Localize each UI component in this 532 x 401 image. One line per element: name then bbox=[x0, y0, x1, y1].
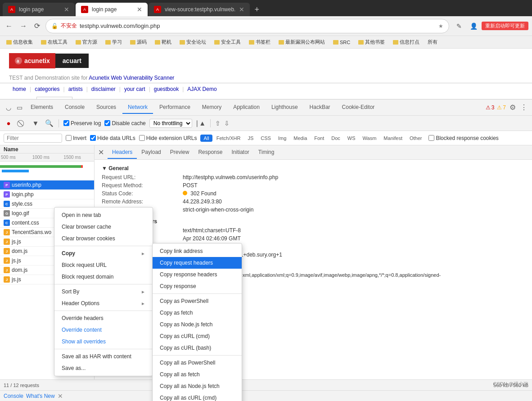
type-fetch-xhr[interactable]: Fetch/XHR bbox=[213, 135, 244, 142]
bookmark-item-9[interactable]: 最新漏洞公布网站 bbox=[276, 38, 328, 46]
nav-guestbook[interactable]: guestbook bbox=[150, 85, 182, 93]
sub-copy-response-headers[interactable]: Copy response headers bbox=[153, 269, 242, 280]
type-other[interactable]: Other bbox=[406, 135, 425, 142]
filter-btn[interactable]: ▼ bbox=[31, 118, 41, 128]
restart-btn[interactable]: 重新启动即可更新 bbox=[482, 22, 528, 30]
reload-button[interactable]: ⟳ bbox=[32, 20, 42, 32]
type-media[interactable]: Media bbox=[290, 135, 310, 142]
close-details-btn[interactable]: ✕ bbox=[98, 148, 104, 157]
type-manifest[interactable]: Manifest bbox=[380, 135, 406, 142]
disable-cache-cb[interactable]: Disable cache bbox=[104, 120, 145, 126]
invert-input[interactable] bbox=[66, 135, 72, 141]
bookmark-item-2[interactable]: 官方源 bbox=[73, 38, 100, 46]
type-all[interactable]: All bbox=[200, 135, 212, 142]
type-doc[interactable]: Doc bbox=[328, 135, 343, 142]
bookmark-item-13[interactable]: 所有 bbox=[425, 38, 440, 46]
devtools-tab-performance[interactable]: Performance bbox=[154, 101, 196, 114]
response-headers-title[interactable]: ▼ Response Headers bbox=[102, 218, 525, 225]
back-button[interactable]: ← bbox=[4, 20, 14, 32]
device-toolbar-btn[interactable]: ▭ bbox=[14, 103, 24, 113]
tab-1[interactable]: A login page ✕ bbox=[3, 3, 75, 16]
devtools-tab-memory[interactable]: Memory bbox=[197, 101, 227, 114]
ctx-save-har[interactable]: Save all as HAR with content bbox=[54, 351, 153, 362]
sub-copy-request-headers[interactable]: Copy request headers bbox=[153, 257, 242, 269]
filter-input[interactable] bbox=[4, 134, 62, 143]
console-tab[interactable]: Console bbox=[4, 393, 23, 399]
sub-copy-all-fetch[interactable]: Copy all as fetch bbox=[153, 369, 242, 380]
new-tab-button[interactable]: + bbox=[251, 3, 263, 16]
ctx-show-overrides[interactable]: Show all overrides bbox=[54, 336, 153, 347]
close-console-btn[interactable]: ✕ bbox=[58, 392, 63, 400]
search-network-btn[interactable]: 🔍 bbox=[44, 118, 54, 128]
ctx-save-as[interactable]: Save as... bbox=[54, 362, 153, 374]
hide-data-urls-input[interactable] bbox=[90, 135, 96, 141]
tab-2-close[interactable]: ✕ bbox=[137, 6, 142, 13]
star-icon[interactable]: ★ bbox=[438, 23, 443, 29]
type-css[interactable]: CSS bbox=[257, 135, 274, 142]
devtools-tab-elements[interactable]: Elements bbox=[25, 101, 59, 114]
tab-3[interactable]: A view-source:testphp.vulnweb. ✕ bbox=[149, 3, 250, 16]
devtools-tab-network[interactable]: Network bbox=[122, 101, 153, 114]
sub-copy-link[interactable]: Copy link address bbox=[153, 245, 242, 257]
nav-ajaxdemo[interactable]: AJAX Demo bbox=[184, 85, 220, 93]
tab-1-close[interactable]: ✕ bbox=[64, 6, 69, 13]
details-tab-preview[interactable]: Preview bbox=[166, 146, 194, 159]
type-js[interactable]: JS bbox=[245, 135, 257, 142]
forward-button[interactable]: → bbox=[18, 20, 29, 32]
type-font[interactable]: Font bbox=[311, 135, 327, 142]
download-icon[interactable]: ⇩ bbox=[224, 120, 230, 127]
ctx-sort-by[interactable]: Sort By ► bbox=[54, 286, 153, 297]
bookmark-item-10[interactable]: SRC bbox=[330, 39, 353, 46]
record-btn[interactable]: ● bbox=[4, 118, 14, 128]
extensions-btn[interactable]: ✎ bbox=[453, 20, 465, 32]
ctx-copy[interactable]: Copy ► bbox=[54, 248, 153, 259]
throttle-select[interactable]: No throttling bbox=[149, 119, 192, 128]
details-tab-timing[interactable]: Timing bbox=[254, 146, 279, 159]
details-tab-initiator[interactable]: Initiator bbox=[227, 146, 253, 159]
nav-disclaimer[interactable]: disclaimer bbox=[88, 85, 119, 93]
sub-copy-all-nodejs-fetch[interactable]: Copy all as Node.js fetch bbox=[153, 380, 242, 392]
hide-ext-urls-input[interactable] bbox=[139, 135, 145, 141]
request-item-0[interactable]: P userinfo.php bbox=[0, 180, 94, 190]
bookmark-item-11[interactable]: 其他书签 bbox=[356, 38, 388, 46]
devtools-tab-cookieeditor[interactable]: Cookie-Editor bbox=[337, 101, 380, 114]
preserve-log-input[interactable] bbox=[63, 120, 69, 126]
bookmark-item-4[interactable]: 源码 bbox=[127, 38, 149, 46]
bookmark-item-7[interactable]: 安全工具 bbox=[212, 38, 243, 46]
bookmark-item-3[interactable]: 学习 bbox=[103, 38, 125, 46]
type-wasm[interactable]: Wasm bbox=[360, 135, 380, 142]
request-item-1[interactable]: P login.php bbox=[0, 190, 94, 199]
type-ws[interactable]: WS bbox=[344, 135, 359, 142]
settings-btn[interactable]: ⚙ bbox=[509, 102, 517, 113]
disable-cache-input[interactable] bbox=[104, 120, 110, 126]
ctx-clear-cookies[interactable]: Clear browser cookies bbox=[54, 233, 153, 244]
bookmark-item-8[interactable]: 书签栏 bbox=[246, 38, 273, 46]
whats-new-btn[interactable]: What's New bbox=[26, 393, 55, 399]
details-tab-headers[interactable]: Headers bbox=[108, 146, 137, 159]
nav-artists[interactable]: artists bbox=[65, 85, 86, 93]
sub-copy-curl-bash[interactable]: Copy as cURL (bash) bbox=[153, 342, 242, 354]
clear-btn[interactable]: ⃠ bbox=[17, 118, 27, 128]
tab-2[interactable]: A login page ✕ bbox=[76, 3, 148, 16]
wifi-icon[interactable]: ∣▲ bbox=[196, 118, 206, 128]
profile-btn[interactable]: 👤 bbox=[467, 20, 480, 32]
ctx-override-content[interactable]: Override content bbox=[54, 324, 153, 336]
ctx-block-url[interactable]: Block request URL bbox=[54, 259, 153, 271]
bookmark-item-12[interactable]: 信息打点 bbox=[390, 38, 422, 46]
general-title[interactable]: ▼ General bbox=[102, 165, 525, 171]
devtools-tab-lighthouse[interactable]: Lighthouse bbox=[266, 101, 303, 114]
ctx-block-domain[interactable]: Block request domain bbox=[54, 271, 153, 283]
devtools-tab-hackbar[interactable]: HackBar bbox=[304, 101, 336, 114]
nav-categories[interactable]: categories bbox=[31, 85, 63, 93]
devtools-tab-console[interactable]: Console bbox=[59, 101, 90, 114]
sub-copy-fetch[interactable]: Copy as fetch bbox=[153, 307, 242, 319]
nav-home[interactable]: home bbox=[9, 85, 30, 93]
bookmark-item-1[interactable]: 在线工具 bbox=[38, 38, 70, 46]
tab-3-close[interactable]: ✕ bbox=[239, 6, 244, 13]
more-btn[interactable]: ⋮ bbox=[519, 102, 528, 113]
tagline-link[interactable]: Acunetix Web Vulnerability Scanner bbox=[89, 75, 174, 81]
bookmark-item-5[interactable]: 靶机 bbox=[152, 38, 174, 46]
bookmark-item-6[interactable]: 安全论坛 bbox=[177, 38, 209, 46]
bookmark-item-0[interactable]: 信息收集 bbox=[4, 38, 36, 46]
details-tab-response[interactable]: Response bbox=[194, 146, 227, 159]
